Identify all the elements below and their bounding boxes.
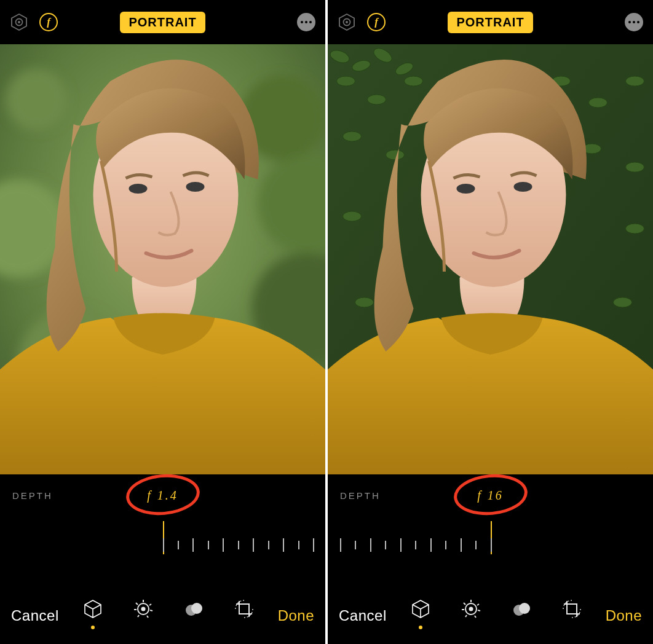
depth-fstop-toggle[interactable]: f (38, 12, 59, 33)
svg-point-44 (626, 162, 644, 172)
svg-line-56 (478, 610, 480, 611)
svg-point-14 (141, 607, 145, 611)
cube-icon (82, 599, 103, 619)
depth-slider[interactable] (340, 521, 641, 564)
svg-point-11 (129, 184, 148, 194)
svg-point-47 (355, 297, 374, 307)
top-bar: f PORTRAIT (0, 0, 325, 44)
svg-point-45 (343, 211, 362, 221)
depth-slider[interactable] (12, 521, 313, 564)
svg-line-58 (465, 615, 467, 617)
svg-point-26 (346, 21, 348, 23)
screen-left: f PORTRAIT (0, 0, 325, 644)
adjust-tab[interactable] (458, 599, 484, 633)
svg-line-17 (150, 610, 152, 611)
svg-line-55 (477, 604, 479, 605)
more-icon (625, 13, 643, 31)
svg-point-40 (626, 76, 644, 86)
mode-badge[interactable]: PORTRAIT (448, 12, 532, 33)
svg-point-50 (457, 184, 475, 194)
crop-tab[interactable] (559, 599, 585, 633)
crop-rotate-icon (561, 599, 582, 619)
selected-indicator-dot (419, 626, 422, 629)
comparison-row: f PORTRAIT (0, 0, 653, 644)
screen-right: f PORTRAIT (325, 0, 653, 644)
adjust-dial-icon (461, 599, 481, 619)
photo-preview[interactable] (328, 44, 653, 474)
svg-point-23 (191, 603, 202, 614)
cube-icon (410, 599, 431, 619)
crop-tab[interactable] (231, 599, 257, 633)
svg-line-19 (138, 615, 139, 617)
svg-line-21 (136, 603, 138, 605)
svg-point-34 (405, 76, 423, 86)
svg-point-4 (6, 69, 68, 130)
depth-value-readout: f 16 (477, 489, 504, 503)
depth-value-readout: f 1.4 (147, 489, 178, 503)
svg-line-18 (147, 616, 148, 618)
slider-track (12, 538, 313, 552)
cancel-button[interactable]: Cancel (339, 607, 387, 624)
depth-control: DEPTH f 16 (328, 477, 653, 575)
svg-point-32 (337, 76, 355, 86)
mode-badge[interactable]: PORTRAIT (120, 12, 205, 33)
svg-line-57 (475, 616, 476, 618)
svg-point-48 (614, 297, 632, 307)
more-options-button[interactable] (296, 12, 317, 33)
svg-point-46 (626, 224, 644, 234)
depth-fstop-toggle[interactable]: f (366, 12, 387, 33)
selected-indicator-dot (91, 626, 95, 629)
filters-tab[interactable] (181, 599, 207, 633)
svg-point-2 (18, 21, 20, 23)
svg-line-16 (149, 604, 151, 605)
portrait-lighting-icon[interactable] (9, 12, 30, 33)
depth-label: DEPTH (12, 490, 53, 501)
more-icon (297, 13, 315, 31)
portrait-lighting-icon[interactable] (336, 12, 357, 33)
cancel-button[interactable]: Cancel (11, 607, 59, 624)
edit-toolbar: Cancel (328, 587, 653, 644)
svg-point-42 (386, 150, 405, 160)
adjust-dial-icon (133, 599, 154, 619)
svg-point-39 (589, 98, 607, 108)
depth-label: DEPTH (340, 490, 381, 501)
svg-point-51 (514, 182, 532, 192)
portrait-tab[interactable] (80, 599, 106, 633)
done-button[interactable]: Done (606, 607, 642, 624)
portrait-tab[interactable] (408, 599, 433, 633)
depth-control: DEPTH f 1.4 (0, 477, 325, 575)
photo-preview[interactable] (0, 44, 325, 474)
top-bar: f PORTRAIT (328, 0, 653, 44)
edit-toolbar: Cancel (0, 587, 325, 644)
svg-point-33 (368, 95, 386, 104)
svg-line-60 (464, 603, 465, 605)
more-options-button[interactable] (623, 12, 644, 33)
filters-overlap-icon (511, 599, 532, 619)
svg-point-41 (343, 132, 362, 141)
adjust-tab[interactable] (130, 599, 156, 633)
svg-point-62 (519, 603, 530, 614)
filters-overlap-icon (183, 599, 204, 619)
filters-tab[interactable] (509, 599, 534, 633)
crop-rotate-icon (234, 599, 255, 619)
svg-point-53 (469, 607, 473, 611)
done-button[interactable]: Done (278, 607, 314, 624)
svg-point-12 (186, 182, 205, 192)
slider-track (340, 538, 641, 552)
